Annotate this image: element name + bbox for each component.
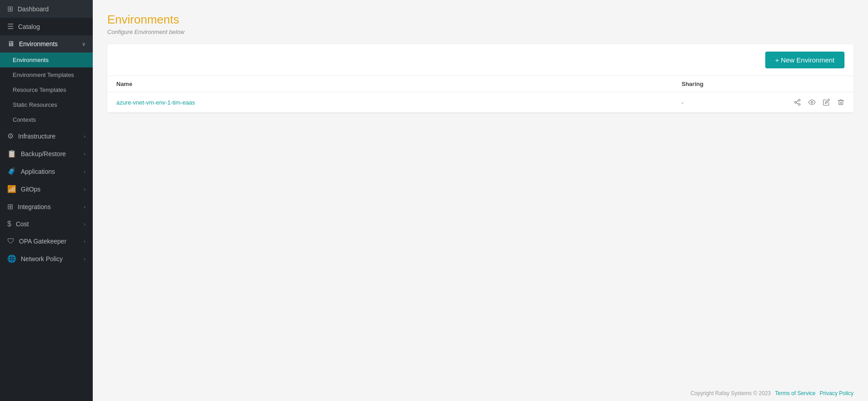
sidebar-sub-item-environments-list[interactable]: Environments — [0, 53, 93, 67]
chevron-down-icon: ∨ — [82, 41, 86, 47]
sidebar-sub-label: Static Resources — [13, 101, 57, 108]
sidebar-item-label: Network Policy — [21, 255, 63, 263]
edit-icon[interactable] — [823, 99, 830, 106]
table-row: azure-vnet-vm-env-1-tim-eaas - — [107, 92, 854, 113]
sidebar-sub-item-static-resources[interactable]: Static Resources — [0, 97, 93, 112]
chevron-right-icon: › — [84, 256, 86, 262]
svg-line-3 — [796, 103, 799, 104]
chevron-right-icon: › — [84, 221, 86, 227]
environments-card: + New Environment Name Sharing azure-vne… — [107, 44, 854, 113]
sidebar-sub-label: Resource Templates — [13, 86, 66, 93]
new-environment-button[interactable]: + New Environment — [765, 52, 844, 68]
env-name-link[interactable]: azure-vnet-vm-env-1-tim-eaas — [116, 99, 195, 106]
terms-of-service-link[interactable]: Terms of Service — [775, 390, 816, 396]
infrastructure-icon: ⚙ — [7, 132, 14, 140]
svg-point-5 — [811, 101, 813, 103]
delete-icon[interactable] — [837, 99, 844, 106]
sidebar-item-label: Dashboard — [18, 5, 49, 13]
sidebar-item-label: Backup/Restore — [21, 150, 66, 158]
sidebar-item-label: GitOps — [21, 186, 41, 193]
chevron-right-icon: › — [84, 169, 86, 174]
dashboard-icon: ⊞ — [7, 5, 13, 13]
sidebar-item-network-policy[interactable]: 🌐 Network Policy › — [0, 250, 93, 267]
col-header-name: Name — [116, 81, 682, 87]
network-icon: 🌐 — [7, 254, 16, 263]
sidebar-item-label: Catalog — [18, 23, 40, 30]
main-content: Environments Configure Environment below… — [93, 0, 868, 401]
footer: Copyright Rafay Systems © 2023 Terms of … — [93, 386, 868, 401]
catalog-icon: ☰ — [7, 22, 14, 31]
sidebar-item-dashboard[interactable]: ⊞ Dashboard — [0, 0, 93, 18]
row-actions — [772, 99, 844, 106]
sidebar-item-label: Applications — [21, 168, 55, 175]
view-icon[interactable] — [808, 99, 816, 106]
sidebar-item-integrations[interactable]: ⊞ Integrations › — [0, 198, 93, 215]
sidebar-sub-item-contexts[interactable]: Contexts — [0, 112, 93, 127]
copyright-text: Copyright Rafay Systems © 2023 — [691, 390, 771, 396]
chevron-right-icon: › — [84, 186, 86, 192]
env-name-cell: azure-vnet-vm-env-1-tim-eaas — [116, 99, 682, 106]
page-title: Environments — [107, 13, 854, 27]
gitops-icon: 📶 — [7, 185, 16, 193]
col-header-sharing: Sharing — [682, 81, 772, 87]
sidebar-item-infrastructure[interactable]: ⚙ Infrastructure › — [0, 127, 93, 145]
sidebar-sub-label: Environment Templates — [13, 72, 74, 78]
sidebar-sub-item-resource-templates[interactable]: Resource Templates — [0, 82, 93, 97]
sidebar-item-label: OPA Gatekeeper — [19, 238, 67, 245]
sidebar: ⊞ Dashboard ☰ Catalog 🖥 Environments ∨ E… — [0, 0, 93, 401]
chevron-right-icon: › — [84, 239, 86, 244]
environments-icon: 🖥 — [7, 40, 14, 48]
opa-icon: 🛡 — [7, 237, 14, 245]
sidebar-sub-label: Contexts — [13, 116, 36, 123]
sidebar-item-label: Integrations — [18, 203, 51, 210]
integrations-icon: ⊞ — [7, 202, 13, 211]
page-subtitle: Configure Environment below — [107, 29, 854, 35]
sidebar-item-label: Cost — [16, 220, 29, 228]
chevron-right-icon: › — [84, 134, 86, 139]
sidebar-item-backup-restore[interactable]: 📋 Backup/Restore › — [0, 145, 93, 162]
chevron-right-icon: › — [84, 151, 86, 157]
privacy-policy-link[interactable]: Privacy Policy — [820, 390, 854, 396]
table-header: Name Sharing — [107, 76, 854, 92]
sidebar-sub-label: Environments — [13, 57, 48, 63]
sidebar-sub-item-environment-templates[interactable]: Environment Templates — [0, 67, 93, 82]
env-sharing-cell: - — [682, 99, 772, 106]
sidebar-item-gitops[interactable]: 📶 GitOps › — [0, 180, 93, 198]
card-toolbar: + New Environment — [107, 44, 854, 76]
applications-icon: 🧳 — [7, 167, 16, 176]
sidebar-item-environments[interactable]: 🖥 Environments ∨ — [0, 35, 93, 53]
backup-icon: 📋 — [7, 149, 16, 158]
share-icon[interactable] — [794, 99, 801, 106]
sidebar-item-catalog[interactable]: ☰ Catalog — [0, 18, 93, 35]
sidebar-item-opa-gatekeeper[interactable]: 🛡 OPA Gatekeeper › — [0, 233, 93, 250]
chevron-right-icon: › — [84, 204, 86, 210]
svg-line-4 — [796, 100, 799, 102]
sidebar-item-label: Infrastructure — [18, 133, 55, 140]
sidebar-item-label: Environments — [19, 40, 58, 48]
sidebar-item-applications[interactable]: 🧳 Applications › — [0, 162, 93, 180]
sidebar-item-cost[interactable]: $ Cost › — [0, 215, 93, 233]
cost-icon: $ — [7, 220, 11, 228]
